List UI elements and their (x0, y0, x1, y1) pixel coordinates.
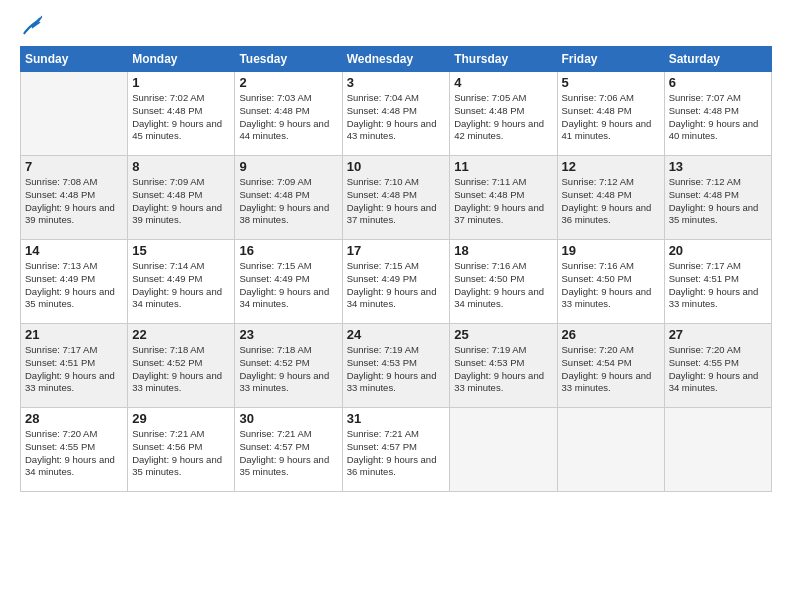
day-info: Sunrise: 7:18 AMSunset: 4:52 PMDaylight:… (132, 344, 230, 395)
calendar-cell: 28Sunrise: 7:20 AMSunset: 4:55 PMDayligh… (21, 408, 128, 492)
calendar-cell: 21Sunrise: 7:17 AMSunset: 4:51 PMDayligh… (21, 324, 128, 408)
day-info: Sunrise: 7:16 AMSunset: 4:50 PMDaylight:… (454, 260, 552, 311)
day-number: 10 (347, 159, 446, 174)
calendar-cell: 9Sunrise: 7:09 AMSunset: 4:48 PMDaylight… (235, 156, 342, 240)
day-number: 14 (25, 243, 123, 258)
day-number: 29 (132, 411, 230, 426)
day-number: 23 (239, 327, 337, 342)
day-number: 30 (239, 411, 337, 426)
day-number: 28 (25, 411, 123, 426)
day-info: Sunrise: 7:06 AMSunset: 4:48 PMDaylight:… (562, 92, 660, 143)
weekday-header-tuesday: Tuesday (235, 47, 342, 72)
weekday-header-wednesday: Wednesday (342, 47, 450, 72)
day-number: 20 (669, 243, 767, 258)
calendar-week-row: 1Sunrise: 7:02 AMSunset: 4:48 PMDaylight… (21, 72, 772, 156)
weekday-header-monday: Monday (128, 47, 235, 72)
day-info: Sunrise: 7:12 AMSunset: 4:48 PMDaylight:… (562, 176, 660, 227)
day-number: 7 (25, 159, 123, 174)
day-number: 25 (454, 327, 552, 342)
day-info: Sunrise: 7:08 AMSunset: 4:48 PMDaylight:… (25, 176, 123, 227)
day-number: 13 (669, 159, 767, 174)
day-info: Sunrise: 7:21 AMSunset: 4:57 PMDaylight:… (239, 428, 337, 479)
calendar-cell: 25Sunrise: 7:19 AMSunset: 4:53 PMDayligh… (450, 324, 557, 408)
calendar-cell: 4Sunrise: 7:05 AMSunset: 4:48 PMDaylight… (450, 72, 557, 156)
calendar-cell: 19Sunrise: 7:16 AMSunset: 4:50 PMDayligh… (557, 240, 664, 324)
weekday-header-thursday: Thursday (450, 47, 557, 72)
calendar-cell: 1Sunrise: 7:02 AMSunset: 4:48 PMDaylight… (128, 72, 235, 156)
calendar-cell: 31Sunrise: 7:21 AMSunset: 4:57 PMDayligh… (342, 408, 450, 492)
day-number: 27 (669, 327, 767, 342)
weekday-header-saturday: Saturday (664, 47, 771, 72)
day-number: 2 (239, 75, 337, 90)
calendar-cell: 13Sunrise: 7:12 AMSunset: 4:48 PMDayligh… (664, 156, 771, 240)
day-info: Sunrise: 7:20 AMSunset: 4:54 PMDaylight:… (562, 344, 660, 395)
calendar-cell: 27Sunrise: 7:20 AMSunset: 4:55 PMDayligh… (664, 324, 771, 408)
day-info: Sunrise: 7:10 AMSunset: 4:48 PMDaylight:… (347, 176, 446, 227)
day-number: 11 (454, 159, 552, 174)
day-info: Sunrise: 7:13 AMSunset: 4:49 PMDaylight:… (25, 260, 123, 311)
calendar-cell: 18Sunrise: 7:16 AMSunset: 4:50 PMDayligh… (450, 240, 557, 324)
day-info: Sunrise: 7:12 AMSunset: 4:48 PMDaylight:… (669, 176, 767, 227)
day-number: 4 (454, 75, 552, 90)
header (20, 18, 772, 36)
day-info: Sunrise: 7:03 AMSunset: 4:48 PMDaylight:… (239, 92, 337, 143)
calendar-cell: 8Sunrise: 7:09 AMSunset: 4:48 PMDaylight… (128, 156, 235, 240)
day-number: 22 (132, 327, 230, 342)
calendar-cell: 16Sunrise: 7:15 AMSunset: 4:49 PMDayligh… (235, 240, 342, 324)
day-info: Sunrise: 7:16 AMSunset: 4:50 PMDaylight:… (562, 260, 660, 311)
calendar-cell (450, 408, 557, 492)
day-info: Sunrise: 7:15 AMSunset: 4:49 PMDaylight:… (347, 260, 446, 311)
calendar-cell: 7Sunrise: 7:08 AMSunset: 4:48 PMDaylight… (21, 156, 128, 240)
calendar-week-row: 7Sunrise: 7:08 AMSunset: 4:48 PMDaylight… (21, 156, 772, 240)
calendar-cell: 20Sunrise: 7:17 AMSunset: 4:51 PMDayligh… (664, 240, 771, 324)
logo-bird-icon (22, 14, 42, 36)
day-info: Sunrise: 7:14 AMSunset: 4:49 PMDaylight:… (132, 260, 230, 311)
day-info: Sunrise: 7:05 AMSunset: 4:48 PMDaylight:… (454, 92, 552, 143)
weekday-header-friday: Friday (557, 47, 664, 72)
calendar-cell: 15Sunrise: 7:14 AMSunset: 4:49 PMDayligh… (128, 240, 235, 324)
day-number: 1 (132, 75, 230, 90)
calendar-cell: 14Sunrise: 7:13 AMSunset: 4:49 PMDayligh… (21, 240, 128, 324)
day-info: Sunrise: 7:19 AMSunset: 4:53 PMDaylight:… (454, 344, 552, 395)
calendar-cell: 2Sunrise: 7:03 AMSunset: 4:48 PMDaylight… (235, 72, 342, 156)
day-info: Sunrise: 7:20 AMSunset: 4:55 PMDaylight:… (669, 344, 767, 395)
day-info: Sunrise: 7:17 AMSunset: 4:51 PMDaylight:… (669, 260, 767, 311)
calendar-cell: 30Sunrise: 7:21 AMSunset: 4:57 PMDayligh… (235, 408, 342, 492)
calendar-cell: 26Sunrise: 7:20 AMSunset: 4:54 PMDayligh… (557, 324, 664, 408)
calendar-cell: 12Sunrise: 7:12 AMSunset: 4:48 PMDayligh… (557, 156, 664, 240)
calendar: SundayMondayTuesdayWednesdayThursdayFrid… (20, 46, 772, 492)
day-info: Sunrise: 7:11 AMSunset: 4:48 PMDaylight:… (454, 176, 552, 227)
day-number: 21 (25, 327, 123, 342)
weekday-header-row: SundayMondayTuesdayWednesdayThursdayFrid… (21, 47, 772, 72)
calendar-cell (21, 72, 128, 156)
calendar-cell: 29Sunrise: 7:21 AMSunset: 4:56 PMDayligh… (128, 408, 235, 492)
day-info: Sunrise: 7:09 AMSunset: 4:48 PMDaylight:… (132, 176, 230, 227)
calendar-cell (557, 408, 664, 492)
calendar-cell: 17Sunrise: 7:15 AMSunset: 4:49 PMDayligh… (342, 240, 450, 324)
calendar-cell: 5Sunrise: 7:06 AMSunset: 4:48 PMDaylight… (557, 72, 664, 156)
calendar-cell: 23Sunrise: 7:18 AMSunset: 4:52 PMDayligh… (235, 324, 342, 408)
day-info: Sunrise: 7:19 AMSunset: 4:53 PMDaylight:… (347, 344, 446, 395)
calendar-cell: 11Sunrise: 7:11 AMSunset: 4:48 PMDayligh… (450, 156, 557, 240)
day-info: Sunrise: 7:02 AMSunset: 4:48 PMDaylight:… (132, 92, 230, 143)
calendar-cell: 22Sunrise: 7:18 AMSunset: 4:52 PMDayligh… (128, 324, 235, 408)
calendar-week-row: 28Sunrise: 7:20 AMSunset: 4:55 PMDayligh… (21, 408, 772, 492)
day-info: Sunrise: 7:17 AMSunset: 4:51 PMDaylight:… (25, 344, 123, 395)
day-number: 3 (347, 75, 446, 90)
day-info: Sunrise: 7:04 AMSunset: 4:48 PMDaylight:… (347, 92, 446, 143)
logo (20, 18, 42, 36)
logo-text (20, 18, 42, 36)
day-info: Sunrise: 7:15 AMSunset: 4:49 PMDaylight:… (239, 260, 337, 311)
day-number: 15 (132, 243, 230, 258)
calendar-cell: 6Sunrise: 7:07 AMSunset: 4:48 PMDaylight… (664, 72, 771, 156)
day-info: Sunrise: 7:21 AMSunset: 4:56 PMDaylight:… (132, 428, 230, 479)
day-number: 5 (562, 75, 660, 90)
day-info: Sunrise: 7:20 AMSunset: 4:55 PMDaylight:… (25, 428, 123, 479)
day-number: 16 (239, 243, 337, 258)
day-number: 19 (562, 243, 660, 258)
calendar-cell (664, 408, 771, 492)
calendar-cell: 10Sunrise: 7:10 AMSunset: 4:48 PMDayligh… (342, 156, 450, 240)
day-number: 8 (132, 159, 230, 174)
day-number: 24 (347, 327, 446, 342)
calendar-cell: 24Sunrise: 7:19 AMSunset: 4:53 PMDayligh… (342, 324, 450, 408)
